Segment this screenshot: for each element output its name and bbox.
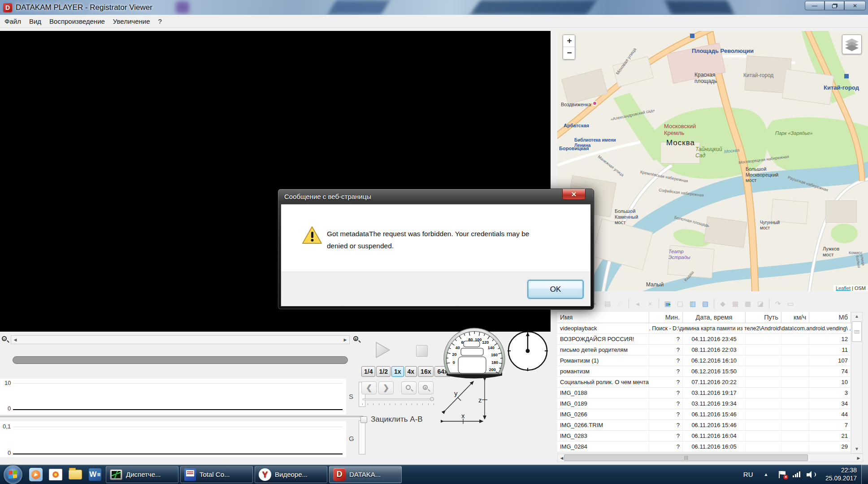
ok-button[interactable]: OK — [528, 280, 583, 298]
table-cell: 06.11.2016 15:46 — [683, 409, 746, 419]
menu-help[interactable]: ? — [157, 16, 162, 26]
scroll-right-arrow[interactable]: ► — [855, 454, 863, 462]
taskbar-photo-viewer-icon[interactable] — [47, 466, 64, 483]
scroll-left-arrow[interactable]: ◄ — [11, 336, 19, 344]
toolbar-icon[interactable]: × — [645, 299, 655, 309]
scroll-up-arrow[interactable]: ▲ — [851, 312, 862, 320]
table-row[interactable]: романтизм?06.12.2016 15:5074 — [557, 366, 851, 377]
timeline-progress-bar[interactable] — [13, 356, 348, 364]
timeline-zoom-in-icon[interactable]: + — [353, 336, 361, 344]
toolbar-icon[interactable]: ▤ — [602, 299, 613, 309]
speed-button-1x[interactable]: 1x — [391, 366, 404, 377]
table-row[interactable]: IMG_0284?06.11.2016 16:0529 — [557, 441, 851, 452]
taskbar-media-player-icon[interactable]: ▶ — [27, 466, 44, 483]
loop-ab-checkbox[interactable] — [360, 416, 367, 423]
vscroll-thumb[interactable] — [852, 321, 862, 342]
speed-button-1-4[interactable]: 1/4 — [361, 366, 375, 377]
start-button[interactable] — [4, 465, 22, 484]
stop-button[interactable] — [416, 345, 428, 357]
table-row[interactable]: IMG_0266?06.11.2016 15:4644 — [557, 409, 851, 420]
toolbar-icon[interactable]: ▦ — [730, 299, 741, 309]
metro-marker[interactable] — [844, 74, 849, 78]
toolbar-icon[interactable]: ▩ — [742, 299, 753, 309]
menu-view[interactable]: Вид — [28, 16, 42, 26]
toolbar-icon[interactable]: ▢ — [675, 299, 686, 309]
volume-icon[interactable] — [807, 471, 816, 478]
language-indicator[interactable]: RU — [743, 471, 753, 478]
zoom-out-button[interactable] — [401, 381, 417, 394]
close-button[interactable]: ✕ — [844, 1, 866, 10]
timeline-zoom-out-icon[interactable]: − — [1, 336, 9, 344]
action-center-icon[interactable]: ✕ — [779, 471, 786, 478]
table-row[interactable]: IMG_0188?03.11.2016 19:173 — [557, 388, 851, 398]
table-row[interactable]: IMG_0189?03.11.2016 19:3434 — [557, 398, 851, 409]
tray-clock[interactable]: 22:38 25.09.2017 — [825, 467, 857, 482]
taskbar: ▶ W≣ Диспетче...Total Co...YВидеоре...DD… — [0, 465, 868, 484]
table-vertical-scrollbar[interactable]: ▲ ▼ — [851, 312, 863, 454]
toolbar-icon[interactable]: ▭ — [785, 299, 796, 309]
table-row[interactable]: IMG_0283?06.11.2016 16:0421 — [557, 431, 851, 441]
map-zoom-in-button[interactable]: + — [563, 35, 575, 47]
menu-file[interactable]: Файл — [4, 16, 22, 26]
minimize-button[interactable]: — — [805, 1, 825, 10]
taskbar-button-datakam[interactable]: DDATAKA... — [329, 466, 402, 483]
speed-button-4x[interactable]: 4x — [405, 366, 417, 377]
next-frame-button[interactable]: ❯ — [378, 381, 394, 394]
column-header[interactable]: Дата, время — [683, 312, 746, 323]
map-zoom-out-button[interactable]: − — [563, 47, 575, 59]
table-row[interactable]: ВОЗРОЖДАЙСЯ РОССИЯ!?04.11.2016 23:4512 — [557, 334, 851, 345]
restore-button[interactable] — [825, 1, 844, 10]
zoom-in-button[interactable]: + — [418, 381, 434, 394]
table-row[interactable]: IMG_0266.TRIM?06.11.2016 15:467 — [557, 420, 851, 431]
leaflet-link[interactable]: Leaflet — [836, 285, 851, 291]
table-row[interactable]: Социальный ролик. О чем мечтают дети.?07… — [557, 377, 851, 388]
column-header[interactable]: км/ч — [781, 312, 809, 323]
toolbar-icon[interactable]: ▧ — [700, 299, 711, 309]
metro-marker[interactable] — [592, 101, 597, 106]
speed-button-1-2[interactable]: 1/2 — [376, 366, 390, 377]
column-header[interactable]: Мб — [809, 312, 851, 323]
toolbar-icon[interactable]: ◌ — [615, 299, 625, 309]
taskbar-button-totalcmd[interactable]: Total Co... — [180, 466, 253, 483]
hscroll-thumb[interactable] — [564, 454, 808, 461]
chart-side-handle[interactable] — [359, 420, 365, 454]
toolbar-icon[interactable]: ▣+ — [662, 299, 673, 309]
toolbar-icon[interactable]: ◂ — [632, 299, 643, 309]
play-button[interactable] — [375, 341, 391, 359]
taskbar-button-yandex[interactable]: YВидеоре... — [255, 466, 327, 483]
chart-splitter[interactable] — [0, 416, 363, 418]
timeline-scrollbar[interactable]: ◄ ► — [11, 335, 350, 344]
map-layers-button[interactable] — [842, 35, 862, 54]
scroll-down-arrow[interactable]: ▼ — [851, 445, 862, 453]
toolbar-icon[interactable]: ◪ — [755, 299, 766, 309]
metro-marker[interactable] — [690, 34, 694, 38]
column-header[interactable]: Мин. — [649, 312, 683, 323]
table-row[interactable]: Романтизм (1)?06.12.2016 16:10107 — [557, 355, 851, 366]
table-horizontal-scrollbar[interactable]: ◄ ► — [557, 454, 863, 462]
taskbar-button-taskmgr[interactable]: Диспетче... — [106, 466, 178, 483]
gforce-chart-min-label: 0 — [8, 449, 11, 456]
menu-zoom[interactable]: Увеличение — [112, 16, 151, 26]
slider-thumb[interactable] — [430, 397, 434, 401]
scroll-right-arrow[interactable]: ► — [341, 336, 349, 344]
seek-slider[interactable] — [362, 398, 434, 401]
toolbar-icon[interactable]: ◆ — [717, 299, 728, 309]
table-row[interactable]: письмо детей родителям?08.11.2016 22:031… — [557, 345, 851, 355]
toolbar-separator — [659, 299, 659, 309]
table-cell: 04.11.2016 23:45 — [683, 334, 746, 344]
taskbar-word-icon[interactable]: W≣ — [87, 466, 104, 483]
column-header[interactable]: Путь — [746, 312, 781, 323]
menu-playback[interactable]: Воспроизведение — [48, 16, 106, 26]
column-header[interactable]: Имя — [557, 312, 649, 323]
map-panel[interactable]: Площадь РеволюцииКитай-городКрасная площ… — [557, 31, 868, 291]
tray-expand-icon[interactable]: ▲ — [764, 472, 768, 477]
toolbar-icon[interactable]: ▥ — [687, 299, 698, 309]
speed-button-16x[interactable]: 16x — [418, 366, 434, 377]
show-desktop-button[interactable] — [861, 465, 868, 484]
table-row[interactable]: videoplayback. . . Поиск - D:\димина кар… — [557, 323, 851, 334]
network-icon[interactable] — [793, 471, 800, 477]
prev-frame-button[interactable]: ❮ — [361, 381, 377, 394]
toolbar-icon[interactable]: ↷ — [773, 299, 783, 309]
taskbar-explorer-icon[interactable] — [67, 466, 84, 483]
dialog-close-button[interactable]: ✕ — [562, 189, 586, 200]
